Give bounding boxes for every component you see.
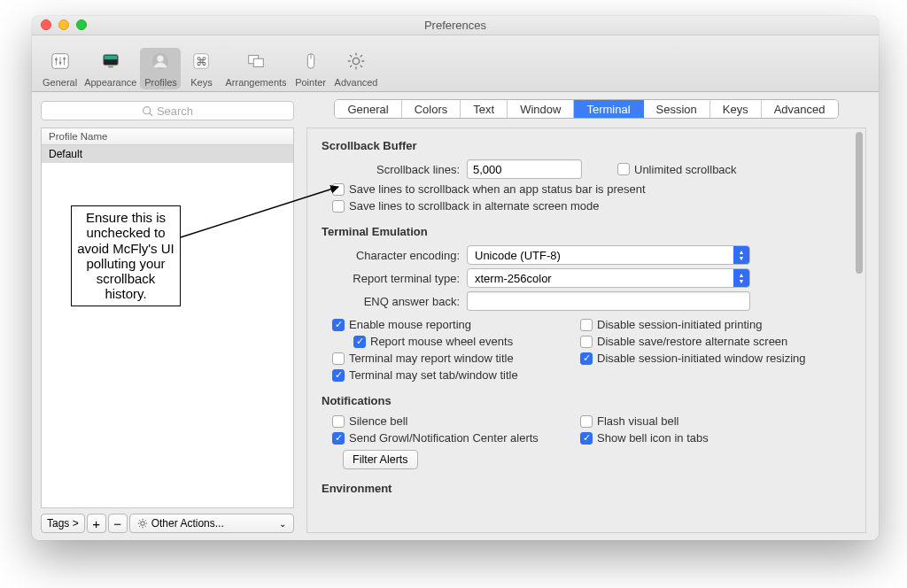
scrollback-heading: Scrollback Buffer [322,139,846,152]
scrollbar[interactable] [856,132,863,274]
prefs-toolbar: GeneralAppearanceProfiles⌘KeysArrangemen… [32,35,879,92]
monitor-icon [97,48,124,74]
tags-button[interactable]: Tags > [41,514,85,533]
other-actions[interactable]: Other Actions... ⌄ [129,514,294,533]
gear-icon [137,518,148,529]
environment-heading: Environment [322,482,846,495]
content: Search Profile Name Default Tags > + − O… [32,92,879,540]
toolbar-label: Arrangements [225,77,286,88]
tab-session[interactable]: Session [644,100,710,118]
person-icon [147,48,174,74]
command-icon: ⌘ [188,48,214,74]
svg-point-11 [158,56,164,62]
svg-line-36 [139,526,140,527]
tab-general[interactable]: General [335,100,401,118]
emulation-checkbox[interactable]: Terminal may report window title [332,352,580,365]
svg-rect-9 [108,66,113,68]
profiles-header[interactable]: Profile Name [42,128,293,145]
save-altscreen-checkbox[interactable]: Save lines to scrollback in alternate sc… [332,199,846,213]
notification-checkbox[interactable]: Silence bell [332,414,580,428]
gear-icon [343,48,369,74]
profiles-sidebar: Search Profile Name Default Tags > + − O… [32,92,298,540]
emulation-checkbox[interactable]: ✓Enable mouse reporting [332,318,580,331]
tab-advanced[interactable]: Advanced [762,100,838,118]
svg-line-24 [360,55,362,57]
svg-text:⌘: ⌘ [196,55,207,68]
svg-line-28 [150,112,152,115]
termtype-select[interactable]: xterm-256color ▲▼ [467,268,750,288]
close-icon[interactable] [41,19,51,30]
save-statusbar-checkbox[interactable]: Save lines to scrollback when an app sta… [332,182,846,196]
svg-point-27 [143,106,151,113]
enq-label: ENQ answer back: [322,295,460,308]
notification-checkbox[interactable]: ✓Show bell icon in tabs [580,431,709,445]
minimize-icon[interactable] [58,19,69,30]
profiles-table: Profile Name Default [41,128,294,508]
svg-point-18 [353,58,359,64]
search-icon [142,105,153,117]
svg-line-23 [350,55,352,57]
chevron-updown-icon: ⌄ [279,519,286,529]
tab-colors[interactable]: Colors [402,100,461,118]
filter-alerts-button[interactable]: Filter Alerts [343,450,418,469]
toolbar-label: Appearance [84,77,136,88]
svg-line-34 [139,520,140,521]
svg-line-26 [360,66,362,67]
profile-tabs: GeneralColorsTextWindowTerminalSessionKe… [334,99,838,119]
titlebar: Preferences [32,16,879,35]
toolbar-appearance[interactable]: Appearance [81,48,140,89]
scrollback-lines-input[interactable] [467,159,582,179]
svg-line-25 [350,66,352,67]
toolbar-advanced[interactable]: Advanced [331,48,382,89]
svg-rect-15 [253,58,263,66]
toolbar-label: Profiles [144,77,177,88]
tab-keys[interactable]: Keys [710,100,762,118]
windows-icon [243,48,269,74]
svg-line-37 [144,526,145,527]
svg-line-35 [144,520,145,521]
toolbar-profiles[interactable]: Profiles [140,48,181,89]
notifications-heading: Notifications [322,394,846,407]
encoding-label: Character encoding: [322,249,460,262]
notification-checkbox[interactable]: ✓Send Growl/Notification Center alerts [332,431,580,445]
add-button[interactable]: + [87,514,106,533]
zoom-icon[interactable] [76,19,87,30]
tab-terminal[interactable]: Terminal [574,100,643,118]
toolbar-label: Keys [190,77,212,88]
emulation-checkbox[interactable]: Disable save/restore alternate screen [580,335,806,348]
svg-point-4 [55,58,58,61]
toolbar-label: Advanced [335,77,378,88]
slider-icon [47,48,74,74]
toolbar-pointer[interactable]: Pointer [291,48,331,89]
profile-row[interactable]: Default [42,145,293,163]
notification-checkbox[interactable]: Flash visual bell [580,414,709,428]
emulation-checkbox[interactable]: ✓Disable session-initiated window resizi… [580,352,806,365]
toolbar-arrangements[interactable]: Arrangements [221,48,290,89]
toolbar-keys[interactable]: ⌘Keys [181,48,221,89]
tab-window[interactable]: Window [508,100,574,118]
svg-rect-8 [104,56,117,60]
window-title: Preferences [424,19,486,32]
window-controls [41,19,87,30]
emulation-checkbox[interactable]: ✓Report mouse wheel events [353,335,580,348]
enq-input[interactable] [467,291,750,311]
remove-button[interactable]: − [108,514,128,533]
unlimited-scrollback[interactable]: Unlimited scrollback [617,163,737,176]
toolbar-label: General [43,77,77,88]
tab-text[interactable]: Text [461,100,508,118]
profiles-footer: Tags > + − Other Actions... ⌄ [41,514,294,533]
annotation-callout: Ensure this is unchecked to avoid McFly'… [71,205,181,306]
toolbar-label: Pointer [295,77,326,88]
emulation-heading: Terminal Emulation [322,225,846,238]
emulation-checkbox[interactable]: ✓Terminal may set tab/window title [332,368,580,382]
emulation-checkbox[interactable]: Disable session-initiated printing [580,318,806,331]
svg-point-5 [58,61,61,64]
updown-arrows-icon: ▲▼ [733,246,749,264]
mouse-icon [298,48,324,74]
search-placeholder: Search [157,104,193,118]
svg-point-29 [140,522,144,526]
toolbar-general[interactable]: General [39,48,81,89]
search-input[interactable]: Search [41,101,294,120]
scrollback-lines-label: Scrollback lines: [322,163,460,176]
encoding-select[interactable]: Unicode (UTF-8) ▲▼ [467,245,750,265]
